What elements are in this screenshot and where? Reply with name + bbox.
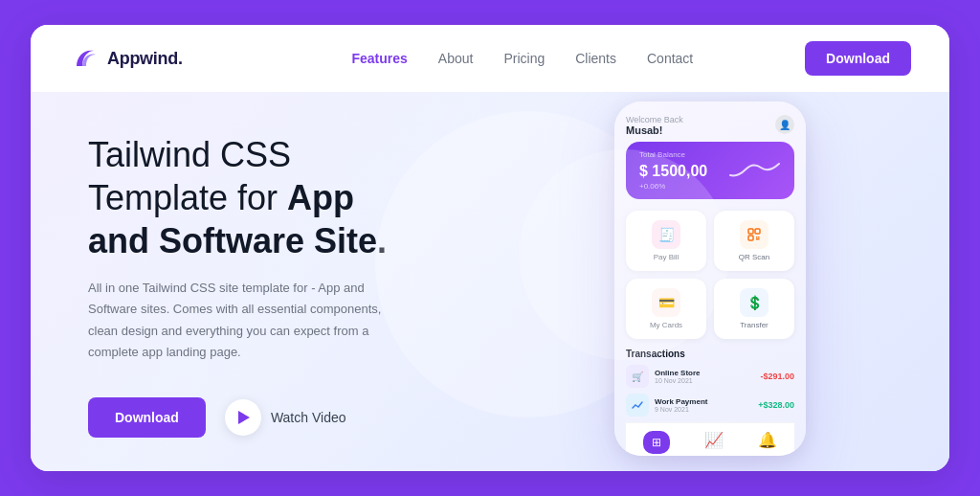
phone-action-grid: 🧾 Pay Bill: [626, 211, 794, 339]
balance-card: Total Balance $ 1500,00 +0.06%: [626, 142, 794, 199]
phone-action-qrscan[interactable]: QR Scan: [714, 211, 794, 271]
bnav-home-icon: ⊞: [643, 431, 670, 454]
svg-rect-4: [758, 237, 760, 238]
bnav-chart-icon: 📈: [704, 431, 724, 449]
balance-amount: $ 1500,00: [639, 163, 707, 180]
watch-video-label: Watch Video: [271, 410, 346, 425]
nav-contact[interactable]: Contact: [647, 51, 693, 66]
paybill-icon: 🧾: [652, 220, 680, 249]
tx2-sub: 9 Nov 2021: [655, 406, 752, 413]
logo: Appwind.: [69, 43, 183, 74]
tx1-sub: 10 Nov 2021: [655, 377, 754, 384]
hero-title-line3: and Software Site.: [88, 221, 387, 260]
svg-rect-3: [756, 237, 758, 238]
header: Appwind. Features About Pricing Clients …: [31, 25, 949, 92]
transactions-title: Transactions: [626, 349, 794, 359]
main-card: Appwind. Features About Pricing Clients …: [31, 25, 949, 471]
phone-action-transfer[interactable]: 💲 Transfer: [714, 279, 794, 339]
nav-pricing[interactable]: Pricing: [503, 51, 545, 66]
qrscan-label: QR Scan: [739, 253, 769, 261]
bnav-home[interactable]: ⊞: [643, 431, 670, 454]
transfer-label: Transfer: [740, 321, 768, 329]
mycards-icon: 💳: [652, 288, 680, 317]
play-button-circle: [225, 399, 261, 436]
balance-info: Total Balance $ 1500,00 +0.06%: [639, 150, 707, 191]
tx2-name: Work Payment: [655, 397, 752, 406]
balance-chart: [728, 156, 781, 185]
balance-label: Total Balance: [639, 150, 707, 159]
hero-download-button[interactable]: Download: [88, 397, 206, 438]
tx1-info: Online Store 10 Nov 2021: [655, 369, 754, 384]
phone-bottom-nav: ⊞ 📈 🔔: [626, 422, 794, 456]
hero-actions: Download Watch Video: [88, 397, 471, 438]
bnav-bell[interactable]: 🔔: [758, 431, 777, 454]
tx2-info: Work Payment 9 Nov 2021: [655, 397, 752, 413]
tx1-name: Online Store: [655, 369, 754, 377]
bnav-chart[interactable]: 📈: [704, 431, 724, 454]
header-download-button[interactable]: Download: [805, 41, 911, 76]
paybill-label: Pay Bill: [654, 253, 679, 261]
phone-action-paybill[interactable]: 🧾 Pay Bill: [626, 211, 706, 271]
transfer-icon: 💲: [740, 288, 768, 317]
main-nav: Features About Pricing Clients Contact: [240, 51, 806, 66]
phone-user-icon: 👤: [775, 115, 794, 134]
nav-features[interactable]: Features: [351, 51, 407, 66]
hero-section: Tailwind CSS Template for App and Softwa…: [31, 92, 949, 471]
tx1-amount: -$291.00: [760, 372, 794, 381]
tx2-icon: [626, 394, 649, 417]
svg-rect-0: [748, 229, 753, 234]
nav-about[interactable]: About: [438, 51, 474, 66]
hero-title-line2: Template for: [88, 178, 287, 217]
svg-rect-2: [748, 236, 753, 240]
transaction-row-1: 🛒 Online Store 10 Nov 2021 -$291.00: [626, 365, 794, 388]
tx1-icon: 🛒: [626, 365, 649, 388]
mycards-label: My Cards: [650, 321, 682, 329]
tx2-amount: +$328.00: [758, 400, 794, 410]
phone-top-row: Welcome Back Musab! 👤: [626, 115, 794, 136]
phone-welcome-block: Welcome Back Musab!: [626, 115, 683, 136]
balance-change: +0.06%: [639, 182, 707, 191]
hero-title-line1: Tailwind CSS: [88, 135, 291, 174]
svg-rect-1: [755, 229, 760, 234]
logo-icon: [69, 43, 100, 74]
svg-rect-5: [756, 238, 760, 240]
hero-title: Tailwind CSS Template for App and Softwa…: [88, 133, 471, 262]
phone-action-mycards[interactable]: 💳 My Cards: [626, 279, 706, 339]
phone-mockup-area: Welcome Back Musab! 👤 Total Balance $ 15…: [471, 92, 949, 471]
hero-description: All in one Tailwind CSS site template fo…: [88, 278, 385, 362]
brand-name: Appwind.: [107, 49, 183, 69]
qrscan-icon: [740, 220, 768, 249]
bnav-bell-icon: 🔔: [758, 431, 777, 449]
play-icon: [238, 411, 250, 424]
phone-username: Musab!: [626, 124, 683, 136]
watch-video-button[interactable]: Watch Video: [225, 399, 346, 436]
nav-clients[interactable]: Clients: [575, 51, 616, 66]
hero-title-bold: App: [287, 178, 354, 217]
phone-mockup: Welcome Back Musab! 👤 Total Balance $ 15…: [614, 101, 806, 456]
hero-content: Tailwind CSS Template for App and Softwa…: [31, 92, 471, 471]
header-actions: Download: [805, 41, 911, 76]
phone-welcome-text: Welcome Back: [626, 115, 683, 124]
transaction-row-2: Work Payment 9 Nov 2021 +$328.00: [626, 394, 794, 417]
